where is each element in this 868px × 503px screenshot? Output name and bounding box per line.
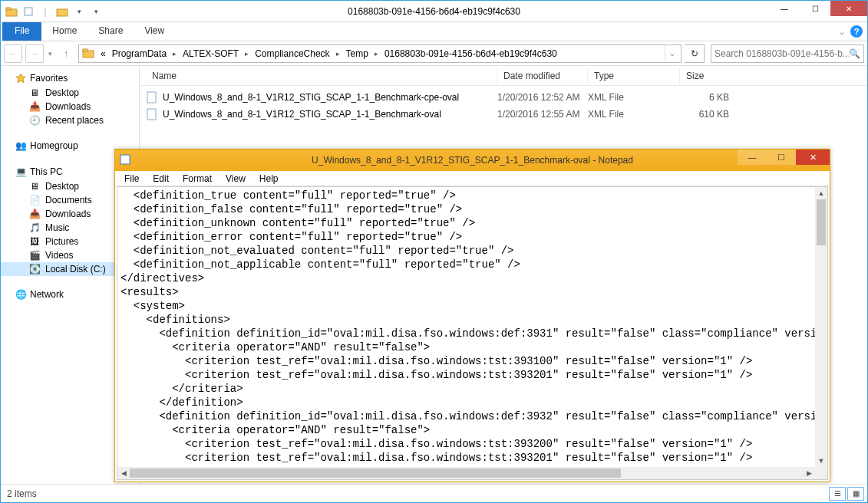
explorer-titlebar[interactable]: | ▾ ▾ 0168803b-091e-4156-b6d4-eb19c9f4c6… — [1, 1, 867, 22]
tab-home[interactable]: Home — [41, 22, 87, 41]
menu-help[interactable]: Help — [253, 173, 285, 185]
notepad-window: U_Windows_8_and_8-1_V1R12_STIG_SCAP_1-1_… — [114, 149, 830, 482]
column-headers[interactable]: Name Date modified Type Size — [140, 66, 867, 86]
xml-file-icon — [146, 108, 158, 120]
breadcrumb[interactable]: ALTEX-SOFT — [180, 48, 242, 59]
chevron-right-icon[interactable]: ▸ — [170, 50, 180, 58]
notepad-titlebar[interactable]: U_Windows_8_and_8-1_V1R12_STIG_SCAP_1-1_… — [115, 150, 830, 171]
svg-rect-2 — [25, 8, 32, 15]
column-date[interactable]: Date modified — [497, 67, 588, 84]
svg-rect-7 — [147, 92, 156, 103]
scroll-down-icon[interactable]: ▼ — [815, 455, 827, 467]
file-row[interactable]: U_Windows_8_and_8-1_V1R12_STIG_SCAP_1-1_… — [146, 106, 867, 123]
search-input[interactable] — [715, 48, 849, 59]
horizontal-scrollbar[interactable]: ◀ ▶ — [117, 467, 815, 479]
chevron-right-icon[interactable]: ▸ — [371, 50, 381, 58]
downloads-icon: 📥 — [28, 208, 41, 220]
ribbon-tabs: File Home Share View ⌵ ? — [1, 22, 867, 41]
qat-separator: | — [38, 4, 53, 19]
svg-rect-5 — [83, 49, 87, 51]
notepad-minimize-button[interactable]: — — [738, 150, 767, 165]
close-button[interactable]: ✕ — [830, 1, 867, 16]
notepad-menu: File Edit Format View Help — [115, 171, 830, 186]
history-dropdown-icon[interactable]: ▾ — [47, 50, 54, 58]
breadcrumb-prefix[interactable]: « — [97, 48, 109, 59]
notepad-icon — [120, 154, 132, 166]
breadcrumb[interactable]: Temp — [343, 48, 371, 59]
sidebar-item-recent[interactable]: 🕘Recent places — [1, 113, 139, 127]
forward-button[interactable]: → — [25, 44, 44, 63]
back-button[interactable]: ← — [4, 44, 22, 63]
navigation-bar: ← → ▾ ↑ « ProgramData▸ ALTEX-SOFT▸ Compl… — [1, 41, 867, 66]
tab-share[interactable]: Share — [87, 22, 134, 41]
videos-icon: 🎬 — [28, 249, 41, 261]
menu-edit[interactable]: Edit — [147, 173, 175, 185]
tab-file[interactable]: File — [2, 22, 41, 41]
folder-icon — [4, 4, 19, 19]
menu-file[interactable]: File — [118, 173, 145, 185]
address-folder-icon — [82, 47, 96, 61]
svg-rect-3 — [57, 9, 68, 16]
refresh-button[interactable]: ↻ — [685, 44, 705, 63]
status-text: 2 items — [7, 488, 37, 499]
network-icon: 🌐 — [15, 288, 27, 301]
notepad-text-area[interactable]: <definition_true content="full" reported… — [117, 186, 828, 480]
chevron-right-icon[interactable]: ▸ — [242, 50, 252, 58]
vertical-scrollbar[interactable]: ▲ ▼ — [815, 187, 827, 467]
view-icons-icon[interactable]: ▦ — [847, 487, 864, 501]
search-box[interactable]: 🔍 — [711, 44, 864, 63]
notepad-content[interactable]: <definition_true content="full" reported… — [117, 187, 815, 467]
desktop-icon: 🖥 — [28, 87, 41, 99]
menu-view[interactable]: View — [219, 173, 252, 185]
notepad-maximize-button[interactable]: ☐ — [767, 150, 796, 165]
breadcrumb[interactable]: 0168803b-091e-4156-b6d4-eb19c9f4c630 — [381, 48, 560, 59]
ribbon-expand-icon[interactable]: ⌵ — [840, 28, 844, 36]
menu-format[interactable]: Format — [177, 173, 218, 185]
view-details-icon[interactable]: ☰ — [829, 487, 846, 501]
homegroup-icon: 👥 — [15, 140, 27, 152]
sidebar-item-downloads[interactable]: 📥Downloads — [1, 100, 139, 113]
scroll-left-icon[interactable]: ◀ — [117, 467, 130, 479]
sidebar-item-desktop[interactable]: 🖥Desktop — [1, 86, 139, 100]
scroll-right-icon[interactable]: ▶ — [803, 467, 815, 479]
scroll-track[interactable] — [815, 199, 827, 455]
sidebar-label: Favorites — [30, 73, 68, 84]
scroll-thumb[interactable] — [130, 468, 621, 478]
scroll-thumb[interactable] — [817, 199, 826, 245]
xml-file-icon — [146, 91, 158, 104]
qat-dropdown-icon[interactable]: ▾ — [71, 4, 87, 19]
scroll-track[interactable] — [130, 467, 803, 479]
minimize-button[interactable]: — — [769, 1, 800, 16]
qat-overflow-icon[interactable]: ▾ — [88, 4, 104, 19]
column-size[interactable]: Size — [680, 67, 867, 84]
tab-view[interactable]: View — [134, 22, 175, 41]
pictures-icon: 🖼 — [28, 235, 41, 248]
scroll-up-icon[interactable]: ▲ — [815, 187, 827, 199]
up-button[interactable]: ↑ — [57, 44, 75, 63]
sidebar-group-favorites[interactable]: Favorites — [1, 71, 139, 86]
file-row[interactable]: U_Windows_8_and_8-1_V1R12_STIG_SCAP_1-1_… — [146, 89, 867, 106]
chevron-right-icon[interactable]: ▸ — [333, 50, 343, 58]
documents-icon: 📄 — [28, 194, 41, 206]
search-icon[interactable]: 🔍 — [849, 48, 860, 59]
address-bar[interactable]: « ProgramData▸ ALTEX-SOFT▸ ComplianceChe… — [78, 44, 682, 63]
notepad-close-button[interactable]: ✕ — [796, 150, 830, 165]
column-type[interactable]: Type — [588, 67, 680, 84]
scroll-corner — [815, 467, 827, 479]
notepad-title: U_Windows_8_and_8-1_V1R12_STIG_SCAP_1-1_… — [115, 155, 830, 166]
svg-rect-8 — [147, 109, 156, 120]
address-dropdown-icon[interactable]: ⌵ — [665, 45, 679, 62]
column-name[interactable]: Name — [146, 67, 497, 84]
properties-icon[interactable] — [21, 4, 36, 19]
breadcrumb[interactable]: ComplianceCheck — [252, 48, 332, 59]
maximize-button[interactable]: ☐ — [800, 1, 830, 16]
status-bar: 2 items ☰ ▦ — [1, 484, 867, 502]
recent-icon: 🕘 — [28, 114, 41, 127]
star-icon — [15, 72, 27, 84]
help-icon[interactable]: ? — [850, 25, 863, 38]
breadcrumb[interactable]: ProgramData — [109, 48, 170, 59]
pc-icon: 💻 — [15, 166, 27, 178]
svg-marker-6 — [16, 74, 25, 83]
music-icon: 🎵 — [28, 222, 41, 234]
open-folder-icon[interactable] — [54, 4, 70, 19]
